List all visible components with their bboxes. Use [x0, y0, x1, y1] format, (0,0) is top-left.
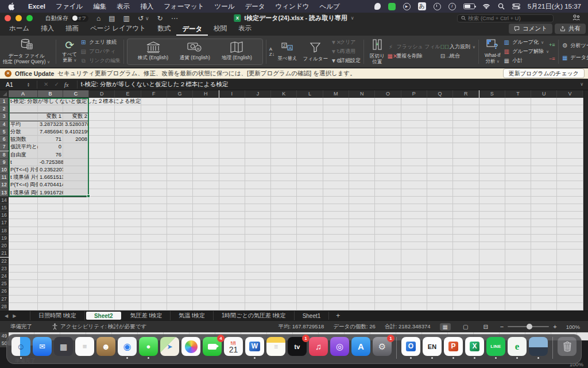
apple-menu-icon[interactable]: [8, 2, 15, 10]
group-button[interactable]: ▥グループ化 ∨: [503, 39, 549, 46]
row-header-23[interactable]: 23: [0, 265, 9, 273]
search-box[interactable]: [457, 14, 554, 23]
menu-item-edit[interactable]: 編集: [88, 2, 111, 11]
cell-A12[interactable]: P(T<=t) 両側: [9, 181, 38, 189]
sheet-tab-気圧差 t検定[interactable]: 気圧差 t検定: [122, 311, 171, 321]
column-header-N[interactable]: N: [349, 90, 375, 98]
normal-view-icon[interactable]: ▦: [440, 323, 451, 331]
row-header-27[interactable]: 27: [0, 296, 9, 303]
dock-item-line[interactable]: LINE: [486, 337, 505, 359]
dock-item-finder[interactable]: ☺: [11, 337, 30, 359]
row-header-12[interactable]: 12: [0, 181, 9, 189]
formula-content[interactable]: t-検定: 分散が等しくないと仮定した２標本による検定: [81, 80, 228, 89]
column-header-P[interactable]: P: [401, 90, 427, 98]
dock-item-contacts[interactable]: ☻: [96, 337, 115, 359]
consolidate-button[interactable]: ⊟→統合: [440, 52, 475, 60]
row-header-3[interactable]: 3: [0, 113, 9, 120]
selection-fill-handle[interactable]: [87, 194, 90, 198]
play-circle-icon[interactable]: ▶: [403, 3, 411, 10]
cell-B5[interactable]: 7.48569416: [38, 128, 63, 136]
column-header-R[interactable]: R: [453, 90, 479, 98]
row-header-16[interactable]: 16: [0, 212, 9, 219]
evernote-menubar-icon[interactable]: [374, 3, 381, 10]
info-icon[interactable]: i: [448, 3, 456, 10]
zoom-slider[interactable]: − +: [500, 323, 557, 330]
cells-background[interactable]: [9, 98, 583, 310]
sheet-tab-Sheet2[interactable]: Sheet2: [86, 312, 121, 320]
sheet-nav-right-icon[interactable]: ▶: [13, 313, 21, 319]
dock-item-appletv[interactable]: tv1: [288, 337, 307, 359]
confirm-entry-icon[interactable]: ✓: [54, 81, 59, 87]
dock-item-endnote[interactable]: EN: [423, 337, 442, 359]
currency-data-type[interactable]: 通貨 (English): [175, 41, 215, 62]
dock-item-photos[interactable]: [181, 337, 200, 359]
cell-A6[interactable]: 観測数: [9, 136, 38, 143]
page-layout-view-icon[interactable]: ▢: [460, 323, 471, 331]
geography-data-type[interactable]: 地理 (English): [217, 41, 257, 62]
subtotal-button[interactable]: ▦小計: [503, 57, 549, 64]
cell-B4[interactable]: 3.28732394: [38, 121, 63, 128]
menu-item-excel[interactable]: Excel: [23, 3, 51, 10]
close-window-button[interactable]: [5, 15, 11, 21]
analysis-tools-button[interactable]: ⚙分析ツール: [562, 42, 588, 49]
reapply-button[interactable]: ▼↻再適用: [331, 48, 361, 55]
menu-item-help[interactable]: ヘルプ: [314, 2, 345, 11]
tab-draw[interactable]: 描画: [60, 22, 84, 36]
advanced-filter-button[interactable]: ▼⚙詳細設定: [331, 57, 361, 64]
cell-C5[interactable]: 9.41021996: [63, 128, 89, 136]
cell-B13[interactable]: 1.99167261: [38, 189, 63, 197]
home-icon[interactable]: ⌂: [96, 14, 100, 22]
dock-item-appstore[interactable]: A: [351, 337, 370, 359]
tab-review[interactable]: 校閲: [208, 22, 233, 36]
data-validation-button[interactable]: ✓⃠入力規則 ∨: [440, 43, 475, 51]
menu-item-format[interactable]: フォーマット: [158, 2, 209, 11]
control-center-icon[interactable]: [512, 3, 520, 9]
preview-icon[interactable]: [529, 337, 548, 356]
undo-dropdown-icon[interactable]: ∨: [145, 16, 149, 21]
cell-A7[interactable]: 仮説平均との差: [9, 143, 38, 151]
cell-A9[interactable]: t: [9, 159, 38, 166]
launchpad-icon[interactable]: ▦: [54, 337, 73, 356]
row-header-18[interactable]: 18: [0, 227, 9, 235]
row-header-28[interactable]: 28: [0, 303, 9, 310]
properties-button[interactable]: ▤プロパティ: [80, 48, 121, 55]
cell-A5[interactable]: 分散: [9, 128, 38, 136]
column-header-I[interactable]: I: [219, 90, 245, 98]
tab-data[interactable]: データ: [176, 23, 208, 36]
cancel-entry-icon[interactable]: ✕: [44, 81, 48, 87]
cell-B10[interactable]: 0.23522072: [38, 166, 63, 174]
line-menubar-icon[interactable]: [388, 3, 396, 10]
cell-A8[interactable]: 自由度: [9, 151, 38, 159]
column-header-A[interactable]: A: [9, 90, 38, 98]
powerpoint-icon[interactable]: P: [444, 337, 463, 356]
music-icon[interactable]: ♫: [309, 337, 328, 356]
sheet-nav-left-icon[interactable]: ◀: [0, 313, 13, 319]
dock-item-safari[interactable]: ◉: [118, 337, 137, 359]
add-sheet-button[interactable]: +: [329, 312, 347, 320]
column-header-Q[interactable]: Q: [427, 90, 453, 98]
dock-item-settings[interactable]: ⚙1: [373, 337, 392, 359]
dock-item-podcasts[interactable]: ◎: [330, 337, 349, 359]
input-method-icon[interactable]: あ: [418, 2, 426, 10]
cell-B6[interactable]: 71: [38, 136, 63, 143]
save-as-icon[interactable]: ▥: [123, 14, 130, 22]
menu-item-insert[interactable]: 挿入: [135, 2, 158, 11]
redo-icon[interactable]: ↻: [157, 14, 163, 22]
column-header-O[interactable]: O: [375, 90, 401, 98]
dock-item-maps[interactable]: ➤: [160, 337, 179, 359]
cell-C6[interactable]: 2008: [63, 136, 89, 143]
row-header-24[interactable]: 24: [0, 273, 9, 280]
row-header-4[interactable]: 4: [0, 121, 9, 128]
dock-item-excel[interactable]: X: [465, 337, 484, 359]
row-header-10[interactable]: 10: [0, 166, 9, 174]
tab-home[interactable]: ホーム: [3, 22, 35, 36]
column-header-H[interactable]: H: [193, 90, 219, 98]
trash-icon[interactable]: [558, 337, 577, 356]
more-commands-icon[interactable]: ⋯: [171, 14, 178, 22]
dock-item-mail[interactable]: ✉: [33, 337, 52, 359]
outlook-icon[interactable]: O: [401, 337, 420, 356]
cell-B8[interactable]: 76: [38, 151, 63, 159]
dock-item-notes[interactable]: ≡: [266, 337, 285, 359]
dock-item-word[interactable]: W: [245, 337, 264, 359]
vertical-scrollbar[interactable]: [583, 90, 588, 310]
